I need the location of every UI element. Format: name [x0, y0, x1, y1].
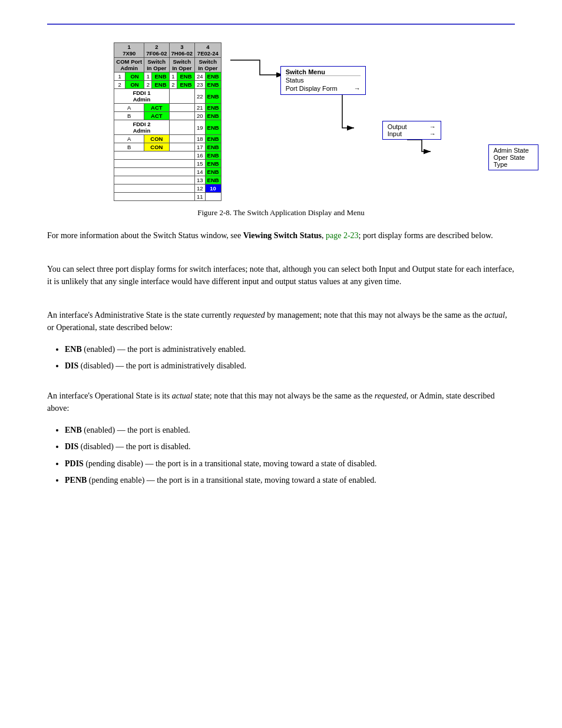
section2-bullets: ENB (enabled) — the port is administrati… [65, 343, 515, 373]
italic-actual2: actual [172, 391, 193, 400]
spacer1 [47, 251, 515, 263]
italic-actual: actual [484, 311, 505, 319]
switch-display: 17X90 27F06-02 37H06-02 47E02-24 COM Por… [114, 42, 221, 201]
bold-text: Viewing Switch Status [243, 231, 322, 240]
spacer2 [47, 297, 515, 309]
switch-menu-box: Switch Menu Status Port Display Form → [280, 66, 366, 95]
oper-state-item: Oper State [494, 154, 533, 161]
switch-menu-port-display: Port Display Form → [286, 84, 361, 93]
menus-and-arrows-area: Switch Menu Status Port Display Form → O… [224, 42, 448, 196]
admin-state-item: Admin State [494, 147, 533, 154]
spacer3 [47, 378, 515, 390]
bullet-enb-admin: ENB (enabled) — the port is administrati… [65, 343, 515, 356]
switch-menu-status: Status [286, 76, 361, 84]
output-input-box: Output → Input → [382, 121, 441, 140]
page-container: 17X90 27F06-02 37H06-02 47E02-24 COM Por… [0, 0, 562, 515]
bullet-enb-oper: ENB (enabled) — the port is enabled. [65, 424, 515, 437]
para1: For more information about the Switch St… [47, 229, 515, 242]
term-dis-admin: DIS [65, 361, 78, 370]
bullet-penb-oper: PENB (pending enable) — the port is in a… [65, 474, 515, 487]
section3-bullets: ENB (enabled) — the port is enabled. DIS… [65, 424, 515, 487]
term-penb-oper: PENB [65, 476, 87, 485]
italic-requested: requested [233, 311, 265, 319]
figure-outer: 17X90 27F06-02 37H06-02 47E02-24 COM Por… [114, 42, 448, 201]
term-enb-admin: ENB [65, 345, 82, 354]
top-rule [47, 24, 515, 25]
bullet-dis-oper: DIS (disabled) — the port is disabled. [65, 440, 515, 453]
figure-area: 17X90 27F06-02 37H06-02 47E02-24 COM Por… [47, 42, 515, 218]
term-enb-oper: ENB [65, 426, 82, 434]
term-pdis-oper: PDIS [65, 459, 84, 468]
input-item: Input → [388, 130, 436, 137]
arrows-svg [224, 42, 448, 196]
bullet-pdis-oper: PDIS (pending disable) — the port is in … [65, 457, 515, 470]
section1-intro: You can select three port display forms … [47, 263, 515, 288]
bullet-dis-admin: DIS (disabled) — the port is administrat… [65, 360, 515, 373]
italic-requested2: requested [375, 391, 406, 400]
section2-intro: An interface's Administrative State is t… [47, 309, 515, 334]
figure-caption: Figure 2-8. The Switch Application Displ… [197, 208, 365, 218]
section3-intro: An interface's Operational State is its … [47, 390, 515, 414]
type-item: Type [494, 161, 533, 168]
term-dis-oper: DIS [65, 442, 78, 451]
output-item: Output → [388, 123, 436, 130]
admin-state-box: Admin State Oper State Type [488, 144, 538, 170]
switch-menu-title: Switch Menu [286, 68, 361, 76]
page-link[interactable]: page 2-23 [326, 231, 359, 240]
